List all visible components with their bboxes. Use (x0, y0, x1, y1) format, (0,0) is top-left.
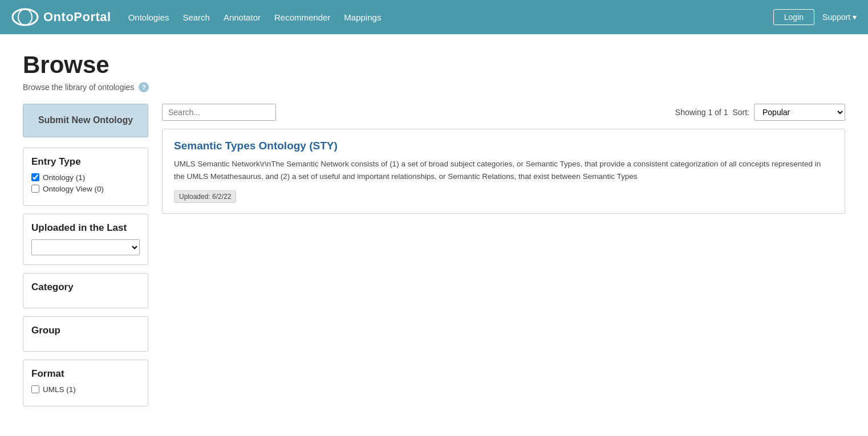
ontoportal-logo-icon (11, 7, 39, 27)
entry-type-view-label: Ontology View (0) (43, 185, 104, 193)
format-filter: Format UMLS (1) (23, 360, 148, 406)
result-description: UMLS Semantic Network\r\nThe Semantic Ne… (174, 158, 833, 182)
page-subtitle: Browse the library of ontologies ? (23, 82, 845, 92)
format-umls-item[interactable]: UMLS (1) (31, 385, 140, 394)
content-layout: Submit New Ontology Entry Type Ontology … (23, 104, 845, 414)
main-content: Browse Browse the library of ontologies … (0, 34, 868, 431)
format-umls-label: UMLS (1) (43, 385, 76, 394)
result-title[interactable]: Semantic Types Ontology (STY) (174, 140, 833, 152)
sidebar: Submit New Ontology Entry Type Ontology … (23, 104, 148, 414)
entry-type-ontology-checkbox[interactable] (31, 173, 39, 181)
navbar-right: Login Support ▾ (773, 9, 857, 25)
uploaded-badge-label: Uploaded: (179, 193, 210, 201)
format-title: Format (31, 368, 140, 380)
svg-point-1 (18, 9, 32, 25)
entry-type-view-checkbox[interactable] (31, 185, 39, 193)
nav-search[interactable]: Search (182, 13, 210, 22)
main-panel: Showing 1 of 1 Sort: Popular Alphabetica… (162, 104, 845, 414)
entry-type-view-item[interactable]: Ontology View (0) (31, 185, 140, 193)
format-umls-checkbox[interactable] (31, 385, 39, 393)
uploaded-select[interactable]: 7 days 30 days 90 days 1 year (31, 239, 140, 255)
nav-recommender[interactable]: Recommender (274, 13, 330, 22)
group-filter: Group (23, 316, 148, 352)
navbar: OntoPortal Ontologies Search Annotator R… (0, 0, 868, 34)
entry-type-title: Entry Type (31, 156, 140, 168)
svg-point-0 (13, 9, 38, 25)
uploaded-title: Uploaded in the Last (31, 222, 140, 234)
category-title: Category (31, 282, 140, 293)
nav-ontologies[interactable]: Ontologies (128, 13, 169, 22)
category-filter: Category (23, 273, 148, 308)
entry-type-ontology-item[interactable]: Ontology (1) (31, 173, 140, 182)
sort-label: Sort: (732, 108, 749, 117)
navbar-brand[interactable]: OntoPortal (11, 7, 111, 27)
help-icon[interactable]: ? (139, 82, 149, 92)
navbar-links: Ontologies Search Annotator Recommender … (128, 13, 773, 22)
search-input[interactable] (162, 104, 276, 121)
sort-select[interactable]: Popular Alphabetical Newest Oldest (754, 104, 845, 121)
group-title: Group (31, 325, 140, 336)
page-title: Browse (23, 51, 845, 79)
nav-annotator[interactable]: Annotator (224, 13, 261, 22)
search-bar-row: Showing 1 of 1 Sort: Popular Alphabetica… (162, 104, 845, 121)
uploaded-badge: Uploaded: 6/2/22 (174, 190, 236, 203)
result-card: Semantic Types Ontology (STY) UMLS Seman… (162, 129, 845, 214)
entry-type-filter: Entry Type Ontology (1) Ontology View (0… (23, 148, 148, 206)
navbar-title: OntoPortal (43, 10, 111, 25)
uploaded-filter: Uploaded in the Last 7 days 30 days 90 d… (23, 214, 148, 265)
nav-mappings[interactable]: Mappings (344, 13, 381, 22)
subtitle-text: Browse the library of ontologies (23, 83, 134, 92)
showing-sort: Showing 1 of 1 Sort: Popular Alphabetica… (675, 104, 845, 121)
support-link[interactable]: Support ▾ (822, 13, 857, 22)
entry-type-ontology-label: Ontology (1) (43, 173, 85, 182)
submit-new-ontology-button[interactable]: Submit New Ontology (23, 104, 148, 137)
login-button[interactable]: Login (773, 9, 814, 25)
showing-text: Showing 1 of 1 (675, 108, 728, 117)
uploaded-badge-date: 6/2/22 (212, 193, 231, 201)
